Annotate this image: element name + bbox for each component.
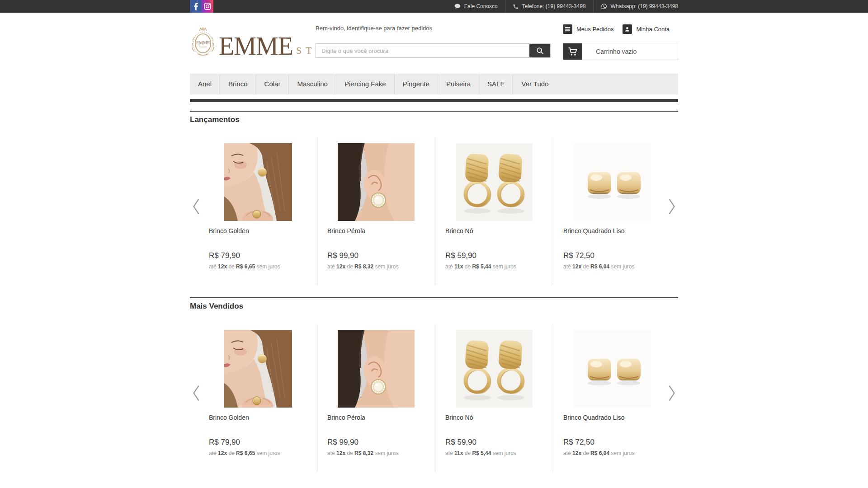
product-price: R$ 72,50 xyxy=(563,438,671,447)
chevron-right-icon xyxy=(667,384,677,402)
product-price: R$ 99,90 xyxy=(327,438,435,447)
nav-item-pingente[interactable]: Pingente xyxy=(394,74,438,94)
product-installments: até 12x de R$ 6,04 sem juros xyxy=(563,450,671,456)
product-installments: até 12x de R$ 6,04 sem juros xyxy=(563,263,671,270)
product-card: Brinco Pérola R$ 99,90 até 12x de R$ 8,3… xyxy=(317,324,435,471)
product-photo-brinco-quadrado-liso[interactable] xyxy=(553,330,671,408)
my-orders-label: Meus Pedidos xyxy=(576,26,613,33)
product-card: Brinco Golden R$ 79,90 até 12x de R$ 6,6… xyxy=(199,138,317,285)
product-photo-brinco-golden[interactable] xyxy=(199,330,317,408)
product-price: R$ 79,90 xyxy=(209,438,317,447)
product-installments: até 11x de R$ 5,44 sem juros xyxy=(445,450,553,456)
product-installments: até 12x de R$ 6,65 sem juros xyxy=(209,263,317,270)
product-card: Brinco Quadrado Liso R$ 72,50 até 12x de… xyxy=(553,324,671,471)
product-title[interactable]: Brinco Quadrado Liso xyxy=(563,414,671,421)
user-icon xyxy=(623,24,632,34)
carousel-mais-vendidos: Brinco Golden R$ 79,90 até 12x de R$ 6,6… xyxy=(190,324,678,471)
chevron-right-icon xyxy=(667,197,677,216)
product-title[interactable]: Brinco Pérola xyxy=(327,227,435,235)
my-account-label: Minha Conta xyxy=(636,26,670,33)
product-card: Brinco Pérola R$ 99,90 até 12x de R$ 8,3… xyxy=(317,138,435,285)
product-card: Brinco Quadrado Liso R$ 72,50 até 12x de… xyxy=(553,138,671,285)
product-installments: até 12x de R$ 6,65 sem juros xyxy=(209,450,317,456)
nav-item-sale[interactable]: SALE xyxy=(479,74,513,94)
product-photo-brinco-no[interactable] xyxy=(435,330,553,408)
product-price: R$ 79,90 xyxy=(209,251,317,260)
product-photo-brinco-golden[interactable] xyxy=(199,143,317,221)
account-links: Meus Pedidos Minha Conta xyxy=(563,24,670,34)
my-account-link[interactable]: Minha Conta xyxy=(623,24,670,34)
facebook-button[interactable] xyxy=(190,0,202,13)
cart-button[interactable]: Carrinho vazio xyxy=(563,43,678,60)
section-rule xyxy=(190,111,678,112)
cart-icon xyxy=(563,43,582,60)
orders-list-icon xyxy=(563,24,572,34)
social-links xyxy=(190,0,213,13)
whatsapp-icon xyxy=(601,3,607,9)
section-lancamentos: Lançamentos Brinco Golden R$ 79,90 até 1… xyxy=(190,111,678,285)
instagram-button[interactable] xyxy=(202,0,213,13)
product-price: R$ 72,50 xyxy=(563,251,671,260)
header: EMME EMME STORE Bem-vindo, identifique-s… xyxy=(0,13,868,74)
search-input[interactable] xyxy=(316,44,529,57)
cart-label: Carrinho vazio xyxy=(596,48,637,55)
product-photo-brinco-no[interactable] xyxy=(435,143,553,221)
product-card: Brinco Nó R$ 59,90 até 11x de R$ 5,44 se… xyxy=(435,324,553,471)
search-button[interactable] xyxy=(529,44,550,57)
section-title: Lançamentos xyxy=(190,115,678,124)
product-photo-brinco-perola[interactable] xyxy=(317,330,435,408)
contact-link[interactable]: Fale Conosco xyxy=(447,0,505,13)
section-rule xyxy=(190,297,678,298)
product-photo-brinco-quadrado-liso[interactable] xyxy=(553,143,671,221)
carousel-next-button[interactable] xyxy=(666,383,677,403)
nav-item-piercing-fake[interactable]: Piercing Fake xyxy=(336,74,394,94)
my-orders-link[interactable]: Meus Pedidos xyxy=(563,24,613,34)
nav-item-ver-tudo[interactable]: Ver Tudo xyxy=(513,74,557,94)
facebook-icon xyxy=(194,3,198,10)
product-installments: até 12x de R$ 8,32 sem juros xyxy=(327,263,435,270)
product-price: R$ 99,90 xyxy=(327,251,435,260)
main-nav: Anel Brinco Colar Masculino Piercing Fak… xyxy=(190,74,678,94)
product-price: R$ 59,90 xyxy=(445,251,553,260)
product-card: Brinco Golden R$ 79,90 até 12x de R$ 6,6… xyxy=(199,324,317,471)
search-form xyxy=(316,43,551,58)
whatsapp-label: Whatsapp: (19) 99443-3498 xyxy=(611,3,678,9)
product-card: Brinco Nó R$ 59,90 até 11x de R$ 5,44 se… xyxy=(435,138,553,285)
product-title[interactable]: Brinco Nó xyxy=(445,414,553,421)
emme-crest-icon: EMME xyxy=(190,27,216,57)
section-title: Mais Vendidos xyxy=(190,302,678,311)
product-photo-brinco-perola[interactable] xyxy=(317,143,435,221)
contact-label: Fale Conosco xyxy=(464,3,498,9)
phone-icon xyxy=(513,4,519,9)
welcome-text: Bem-vindo, identifique-se para fazer ped… xyxy=(316,25,432,32)
carousel-next-button[interactable] xyxy=(666,197,677,216)
divider-bar xyxy=(190,99,678,102)
product-installments: até 11x de R$ 5,44 sem juros xyxy=(445,263,553,270)
topbar: Fale Conosco Telefone: (19) 99443-3498 W… xyxy=(0,0,868,13)
product-title[interactable]: Brinco Nó xyxy=(445,227,553,235)
whatsapp-link[interactable]: Whatsapp: (19) 99443-3498 xyxy=(593,0,678,13)
product-title[interactable]: Brinco Quadrado Liso xyxy=(563,227,671,235)
topbar-links: Fale Conosco Telefone: (19) 99443-3498 W… xyxy=(447,0,678,13)
nav-item-pulseira[interactable]: Pulseira xyxy=(438,74,479,94)
product-installments: até 12x de R$ 8,32 sem juros xyxy=(327,450,435,456)
phone-label: Telefone: (19) 99443-3498 xyxy=(522,3,586,9)
chat-bubble-icon xyxy=(454,4,461,9)
carousel-lancamentos: Brinco Golden R$ 79,90 até 12x de R$ 6,6… xyxy=(190,138,678,285)
logo-text: EMME xyxy=(219,36,293,57)
nav-item-brinco[interactable]: Brinco xyxy=(220,74,256,94)
product-title[interactable]: Brinco Golden xyxy=(209,227,317,235)
product-title[interactable]: Brinco Pérola xyxy=(327,414,435,421)
search-icon xyxy=(536,47,544,55)
nav-item-masculino[interactable]: Masculino xyxy=(288,74,336,94)
phone-link[interactable]: Telefone: (19) 99443-3498 xyxy=(505,0,593,13)
section-mais-vendidos: Mais Vendidos Brinco Golden R$ 79,90 até… xyxy=(190,297,678,471)
svg-text:EMME: EMME xyxy=(196,40,210,45)
nav-item-anel[interactable]: Anel xyxy=(190,74,220,94)
instagram-icon xyxy=(204,3,211,10)
nav-item-colar[interactable]: Colar xyxy=(256,74,289,94)
product-price: R$ 59,90 xyxy=(445,438,553,447)
product-title[interactable]: Brinco Golden xyxy=(209,414,317,421)
